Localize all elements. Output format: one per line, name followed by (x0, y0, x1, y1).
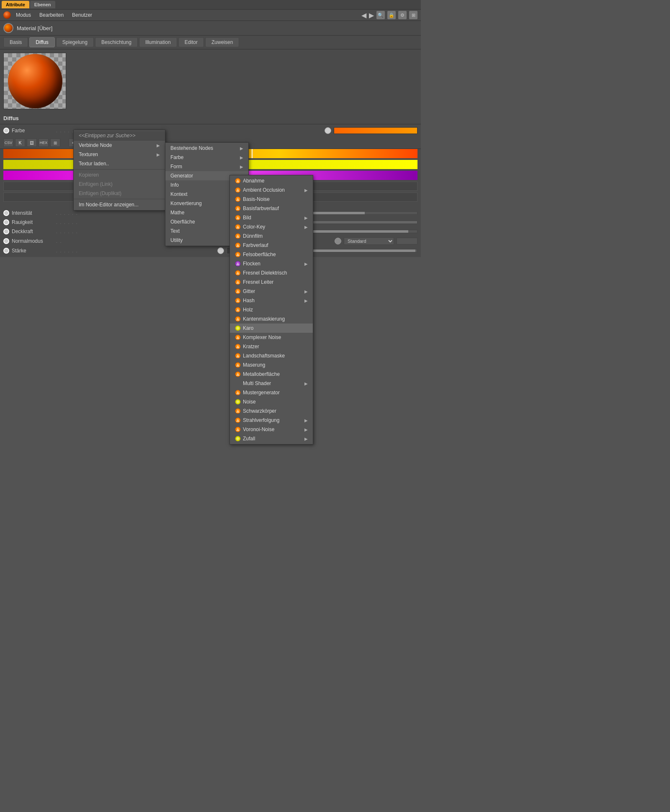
ctx3-noise-inner: Noise (235, 399, 256, 405)
color-strip-dark-2[interactable] (3, 193, 417, 202)
menu-bearbeiten[interactable]: Bearbeiten (36, 11, 67, 19)
tb-eyedropper-btn[interactable]: ✒ (80, 139, 90, 147)
tab-zuweisen[interactable]: Zuweisen (205, 37, 239, 47)
settings-icon[interactable]: ⚙ (398, 11, 407, 19)
tab-beschichtung[interactable]: Beschichtung (95, 37, 138, 47)
farbe-color-bar[interactable] (334, 127, 417, 134)
tab-spiegelung[interactable]: Spiegelung (56, 37, 94, 47)
rauigkeit-slider[interactable] (242, 221, 418, 224)
staerke-label: Stärke (12, 248, 54, 254)
search-icon[interactable]: 🔍 (376, 11, 385, 19)
color-strip-yellow[interactable] (3, 160, 417, 169)
intensitaet-slider[interactable] (242, 211, 418, 215)
normalen-circle-btn[interactable] (335, 238, 341, 244)
svg-point-54 (235, 436, 240, 441)
hash-icon (235, 298, 241, 303)
ctx3-fresneld[interactable]: Fresnel Dielektrisch (230, 268, 313, 278)
ctx3-holz-inner: Holz (235, 307, 253, 313)
expand-icon[interactable]: ⊞ (409, 11, 417, 19)
ctx3-voronoinoise[interactable]: Voronoi-Noise ▶ (230, 425, 313, 434)
color-strip-dark-1[interactable] (3, 182, 417, 191)
ctx3-karo[interactable]: Karo (230, 324, 313, 333)
ctx3-hash[interactable]: Hash ▶ (230, 296, 313, 305)
tb-csv-btn[interactable]: CSV (3, 139, 13, 147)
svg-marker-33 (236, 326, 240, 330)
rauigkeit-radio[interactable] (3, 219, 9, 225)
ctx3-fresneld-inner: Fresnel Dielektrisch (235, 270, 287, 276)
deckkraft-slider[interactable] (242, 230, 418, 233)
diffus-section-header: Diffus (0, 113, 421, 124)
kratzer-icon (235, 344, 241, 349)
tb-pen-btn[interactable]: ✏ (69, 139, 79, 147)
ctx3-metalloberflaeche-label: Metalloberfläche (243, 371, 280, 377)
svg-marker-41 (236, 363, 240, 367)
tab-illumination[interactable]: Illumination (139, 37, 177, 47)
metalloberflaeche-icon (235, 371, 241, 377)
staerke-value: 100 % (227, 247, 256, 254)
deckkraft-radio[interactable] (3, 229, 9, 234)
svg-point-48 (235, 409, 240, 414)
ctx3-fresnell-inner: Fresnel Leiter (235, 279, 273, 285)
lock-icon[interactable]: 🔒 (387, 11, 396, 19)
ctx3-holz[interactable]: Holz (230, 305, 313, 314)
farbe-radio[interactable] (3, 128, 9, 134)
ctx3-kantenmask[interactable]: Kantenmaskierung (230, 314, 313, 324)
color-strip-orange[interactable] (3, 149, 417, 158)
tab-ebenen[interactable]: Ebenen (30, 1, 55, 8)
ctx3-multishader[interactable]: Multi Shader ▶ (230, 379, 313, 388)
material-preview (3, 53, 66, 109)
menu-benutzer[interactable]: Benutzer (69, 11, 95, 19)
ctx3-flocken[interactable]: Flocken ▶ (230, 259, 313, 268)
svg-point-32 (235, 326, 240, 331)
normalen-dropdown-arrow[interactable] (397, 238, 417, 244)
farbe-label: Farbe (12, 128, 54, 134)
ctx3-komplexernoise[interactable]: Komplexer Noise (230, 333, 313, 342)
ctx3-voronoinoise-inner: Voronoi-Noise (235, 427, 274, 432)
mustergenerator-icon (235, 390, 241, 396)
flocken-icon (235, 261, 241, 267)
farbe-circle-btn[interactable] (325, 127, 331, 134)
deckkraft-circle-btn[interactable] (233, 228, 240, 235)
ctx3-gitter[interactable]: Gitter ▶ (230, 287, 313, 296)
ctx3-strahlverfolgung[interactable]: Strahlverfolgung ▶ (230, 416, 313, 425)
tb-k-btn[interactable]: K (15, 139, 25, 147)
cursor-indicator: ↖ (302, 347, 308, 356)
tb-hex-btn[interactable]: HEX (39, 139, 49, 147)
svg-marker-23 (236, 280, 240, 284)
rauigkeit-circle-btn[interactable] (233, 219, 240, 226)
intensitaet-radio[interactable] (3, 210, 9, 216)
nav-left-icon[interactable]: ◀ (361, 11, 366, 19)
tb-img-btn[interactable]: 🖼 (27, 139, 37, 147)
ctx3-schwarzkoerper[interactable]: Schwarzkörper (230, 406, 313, 416)
normalen-radio[interactable] (3, 238, 9, 244)
nav-right-icon[interactable]: ▶ (369, 11, 374, 19)
multishader-icon-placeholder (235, 380, 241, 386)
tab-basis[interactable]: Basis (3, 37, 28, 47)
svg-marker-35 (236, 336, 240, 339)
ctx3-kratzer[interactable]: Kratzer (230, 342, 313, 351)
ctx3-noise[interactable]: Noise (230, 397, 313, 406)
rauigkeit-dots: . . . . . . (56, 220, 231, 225)
normalen-dots: . . (56, 239, 330, 244)
intensitaet-circle-btn[interactable] (233, 210, 240, 216)
ctx3-fresnell[interactable]: Fresnel Leiter (230, 278, 313, 287)
staerke-slider[interactable] (258, 249, 418, 252)
tab-attribute[interactable]: Attribute (2, 1, 29, 8)
tab-diffus[interactable]: Diffus (29, 37, 54, 47)
strahlverfolgung-icon (235, 417, 241, 423)
tab-editor[interactable]: Editor (178, 37, 204, 47)
tb-grid-btn[interactable]: ⊞ (50, 139, 60, 147)
color-strip-purple[interactable] (3, 171, 417, 180)
ctx3-mustergenerator[interactable]: Mustergenerator (230, 388, 313, 397)
ctx3-metalloberflaeche[interactable]: Metalloberfläche (230, 370, 313, 379)
menu-modus[interactable]: Modus (13, 11, 34, 19)
svg-point-34 (235, 335, 240, 340)
staerke-circle-btn[interactable] (217, 247, 224, 254)
material-title: Material [Über] (17, 25, 52, 31)
normalen-select[interactable]: Standard (344, 237, 394, 245)
ctx3-schwarzkoerper-label: Schwarzkörper (243, 408, 276, 414)
ctx3-landschaftsmaske[interactable]: Landschaftsmaske (230, 351, 313, 360)
ctx3-maserung[interactable]: Maserung (230, 360, 313, 370)
ctx3-zufall[interactable]: Zufall ▶ (230, 434, 313, 443)
staerke-radio[interactable] (3, 248, 9, 254)
